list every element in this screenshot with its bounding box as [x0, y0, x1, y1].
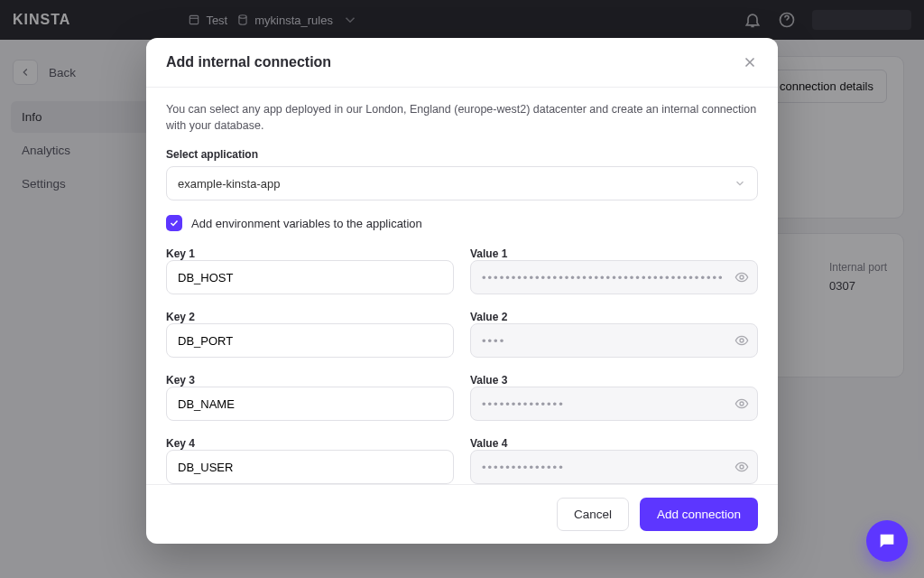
svg-point-4: [740, 339, 744, 342]
value-3-input[interactable]: [470, 387, 758, 421]
button-label: Add connection: [657, 508, 741, 521]
add-internal-connection-modal: Add internal connection You can select a…: [146, 38, 778, 544]
key-1-input[interactable]: [166, 260, 454, 294]
modal-intro-text: You can select any app deployed in our L…: [166, 102, 758, 134]
key-3-label: Key 3: [166, 374, 454, 387]
intercom-launcher[interactable]: [866, 520, 908, 562]
add-connection-button[interactable]: Add connection: [640, 498, 758, 531]
select-application-dropdown[interactable]: example-kinsta-app: [166, 166, 758, 200]
key-4-input[interactable]: [166, 450, 454, 484]
modal-overlay[interactable]: Add internal connection You can select a…: [0, 0, 924, 578]
button-label: Cancel: [574, 508, 612, 521]
key-2-input[interactable]: [166, 323, 454, 358]
key-2-label: Key 2: [166, 311, 454, 323]
value-4-input[interactable]: [470, 450, 758, 484]
svg-point-3: [740, 275, 744, 279]
select-application-label: Select application: [166, 148, 758, 161]
add-env-vars-label: Add environment variables to the applica…: [191, 217, 422, 230]
modal-title: Add internal connection: [166, 54, 331, 70]
value-2-input[interactable]: [470, 323, 758, 358]
eye-icon[interactable]: [735, 270, 749, 284]
select-application-value: example-kinsta-app: [178, 177, 280, 191]
chat-icon: [877, 531, 897, 551]
svg-point-6: [740, 465, 744, 469]
eye-icon[interactable]: [735, 396, 749, 411]
key-1-label: Key 1: [166, 247, 454, 260]
add-env-vars-checkbox[interactable]: [166, 215, 182, 231]
svg-point-5: [740, 402, 744, 406]
eye-icon[interactable]: [735, 460, 749, 474]
value-1-input[interactable]: [470, 260, 758, 294]
key-3-input[interactable]: [166, 387, 454, 421]
value-4-label: Value 4: [470, 437, 758, 450]
value-1-label: Value 1: [470, 247, 758, 260]
value-3-label: Value 3: [470, 374, 758, 387]
cancel-button[interactable]: Cancel: [557, 498, 629, 531]
value-2-label: Value 2: [470, 311, 758, 323]
env-vars-grid: Key 1 Value 1 Key 2 Value 2: [166, 242, 758, 484]
key-4-label: Key 4: [166, 437, 454, 450]
check-icon: [169, 218, 180, 228]
close-icon[interactable]: [742, 54, 758, 70]
eye-icon[interactable]: [735, 333, 749, 348]
chevron-down-icon: [734, 177, 746, 190]
